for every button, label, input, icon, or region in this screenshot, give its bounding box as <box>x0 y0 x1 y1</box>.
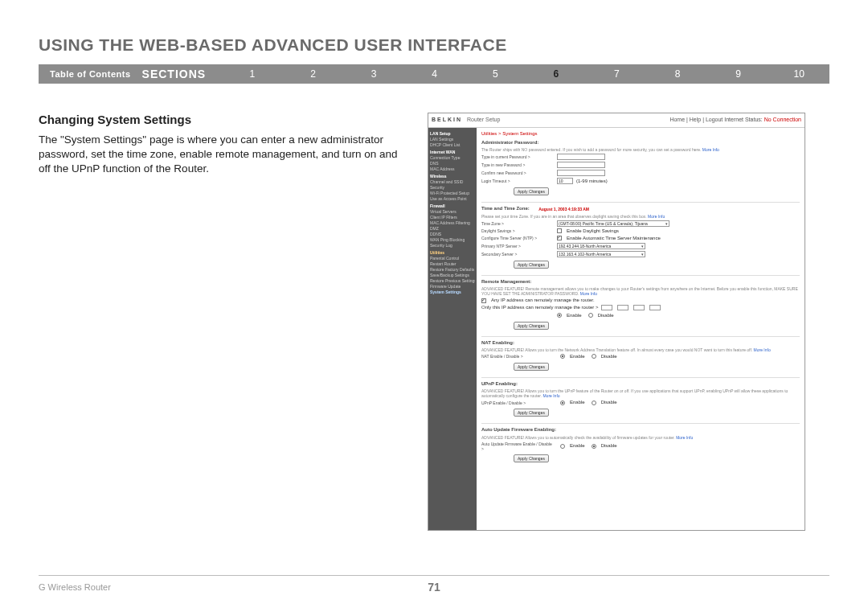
any-ip-checkbox[interactable] <box>481 298 486 303</box>
sections-label: SECTIONS <box>142 68 223 80</box>
section-5[interactable]: 5 <box>465 68 526 80</box>
more-info-link[interactable]: More Info <box>676 435 693 440</box>
section-8[interactable]: 8 <box>647 68 708 80</box>
nat-disable-radio[interactable] <box>592 354 596 359</box>
fw-disable-radio[interactable] <box>592 444 596 449</box>
side-item[interactable]: Virtual Servers <box>430 209 475 214</box>
header-links[interactable]: Home | Help | Logout Internet Status: <box>669 117 762 122</box>
section-6[interactable]: 6 <box>526 68 587 80</box>
admin-block: Administrator Password: The Router ships… <box>481 140 800 195</box>
section-1[interactable]: 1 <box>222 68 283 80</box>
timeout-label: Login Timeout > <box>481 179 554 183</box>
remote-disable-radio[interactable] <box>588 313 593 318</box>
ip-oct-2[interactable] <box>617 305 628 310</box>
ip-oct-1[interactable] <box>601 305 612 310</box>
new-pw-input[interactable] <box>557 162 605 168</box>
fw-block: Auto Update Firmware Enabling: ADVANCED … <box>481 427 800 462</box>
side-item[interactable]: DNS <box>430 161 475 166</box>
apply-button[interactable]: Apply Changes <box>514 261 549 269</box>
side-item[interactable]: Restore Previous Settings <box>430 278 475 283</box>
side-item[interactable]: Connection Type <box>430 155 475 160</box>
brand: BELKIN <box>432 117 462 123</box>
section-4[interactable]: 4 <box>404 68 465 80</box>
side-item[interactable]: LAN Settings <box>430 137 475 142</box>
timeout-input[interactable]: 10 <box>557 178 573 184</box>
more-info-link[interactable]: More Info <box>542 393 559 398</box>
right-column: BELKIN Router Setup Home | Help | Logout… <box>428 113 829 531</box>
more-info-link[interactable]: More Info <box>754 347 771 352</box>
breadcrumb: Utilities > System Settings <box>481 131 800 137</box>
upnp-block: UPnP Enabling: ADVANCED FEATURE! Allows … <box>481 381 800 417</box>
side-item[interactable]: Wi-Fi Protected Setup <box>430 191 475 195</box>
side-item[interactable]: Security Log <box>430 243 475 248</box>
side-item[interactable]: Use as Access Point <box>430 196 475 201</box>
time-block: Time and Time Zone: August 1, 2003 4:19:… <box>481 206 800 269</box>
upnp-heading: UPnP Enabling: <box>481 381 800 387</box>
fw-enable-radio[interactable] <box>560 444 565 449</box>
remote-desc: ADVANCED FEATURE! Remote management allo… <box>481 286 800 296</box>
apply-button[interactable]: Apply Changes <box>514 322 549 330</box>
more-info-link[interactable]: More Info <box>702 147 719 152</box>
content: Utilities > System Settings Administrato… <box>477 128 805 530</box>
secondary-select[interactable]: 132.163.4.102-North America <box>557 251 645 257</box>
side-item[interactable]: Restart Router <box>430 261 475 266</box>
tz-label: Time Zone > <box>481 221 554 226</box>
side-item[interactable]: DDNS <box>430 232 475 236</box>
section-2[interactable]: 2 <box>283 68 344 80</box>
side-item[interactable]: Channel and SSID <box>430 179 475 184</box>
section-7[interactable]: 7 <box>587 68 648 80</box>
time-desc: Please set your time Zone. If you are in… <box>481 214 800 219</box>
side-item[interactable]: Restore Factory Defaults <box>430 267 475 272</box>
enable-label: Enable <box>570 400 585 405</box>
side-item-current[interactable]: System Settings <box>430 290 475 294</box>
apply-button[interactable]: Apply Changes <box>514 187 549 195</box>
toc-link[interactable]: Table of Contents <box>39 69 142 79</box>
apply-button[interactable]: Apply Changes <box>514 409 549 417</box>
nat-block: NAT Enabling: ADVANCED FEATURE! Allows y… <box>481 340 800 371</box>
upnp-desc: ADVANCED FEATURE! Allows you to turn the… <box>481 388 800 398</box>
side-item[interactable]: DHCP Client List <box>430 142 475 147</box>
side-item[interactable]: Client IP Filters <box>430 215 475 220</box>
side-item[interactable]: WAN Ping Blocking <box>430 237 475 242</box>
conf-pw-label: Confirm new Password > <box>481 170 554 175</box>
more-info-link[interactable]: More Info <box>648 214 665 219</box>
footer-left: G Wireless Router <box>39 582 111 592</box>
disable-label: Disable <box>601 443 617 449</box>
ip-oct-3[interactable] <box>633 305 645 310</box>
ds-checkbox[interactable] <box>557 228 562 233</box>
section-3[interactable]: 3 <box>343 68 404 80</box>
upnp-enable-radio[interactable] <box>560 401 565 405</box>
cur-pw-label: Type in current Password > <box>481 154 554 159</box>
upnp-disable-radio[interactable] <box>592 401 596 405</box>
conf-pw-input[interactable] <box>557 170 605 176</box>
side-item[interactable]: MAC Address Filtering <box>430 220 475 225</box>
left-column: Changing System Settings The "System Set… <box>39 113 408 531</box>
admin-desc: The Router ships with NO password entere… <box>481 147 800 152</box>
only-ip-label: Only this IP address can remotely manage… <box>481 305 598 310</box>
side-item[interactable]: Save/Backup Settings <box>430 273 475 277</box>
primary-select[interactable]: 192.43.244.18-North America <box>557 243 645 249</box>
page-number: 71 <box>428 581 440 594</box>
ip-oct-4[interactable] <box>649 305 661 310</box>
side-item[interactable]: Firmware Update <box>430 284 475 289</box>
section-9[interactable]: 9 <box>708 68 769 80</box>
apply-button[interactable]: Apply Changes <box>514 454 549 462</box>
nat-label: NAT Enable / Disable > <box>481 354 554 359</box>
page-title: USING THE WEB-BASED ADVANCED USER INTERF… <box>39 35 829 55</box>
cur-pw-input[interactable] <box>557 154 605 160</box>
any-ip-label: Any IP address can remotely manage the r… <box>491 298 595 303</box>
side-item[interactable]: MAC Address <box>430 166 475 171</box>
ds-label: Daylight Savings > <box>481 228 554 233</box>
remote-block: Remote Management: ADVANCED FEATURE! Rem… <box>481 279 800 330</box>
ts-checkbox[interactable] <box>557 236 562 240</box>
section-10[interactable]: 10 <box>768 68 829 80</box>
time-date: August 1, 2003 4:19:33 AM <box>538 207 589 212</box>
tz-select[interactable]: (GMT-08:00) Pacific Time (US & Canada); … <box>557 220 669 227</box>
more-info-link[interactable]: More Info <box>580 291 597 296</box>
remote-enable-radio[interactable] <box>557 313 562 318</box>
apply-button[interactable]: Apply Changes <box>514 363 549 371</box>
side-item[interactable]: DMZ <box>430 226 475 231</box>
side-item[interactable]: Parental Control <box>430 256 475 261</box>
side-item[interactable]: Security <box>430 185 475 190</box>
nat-enable-radio[interactable] <box>560 354 565 359</box>
